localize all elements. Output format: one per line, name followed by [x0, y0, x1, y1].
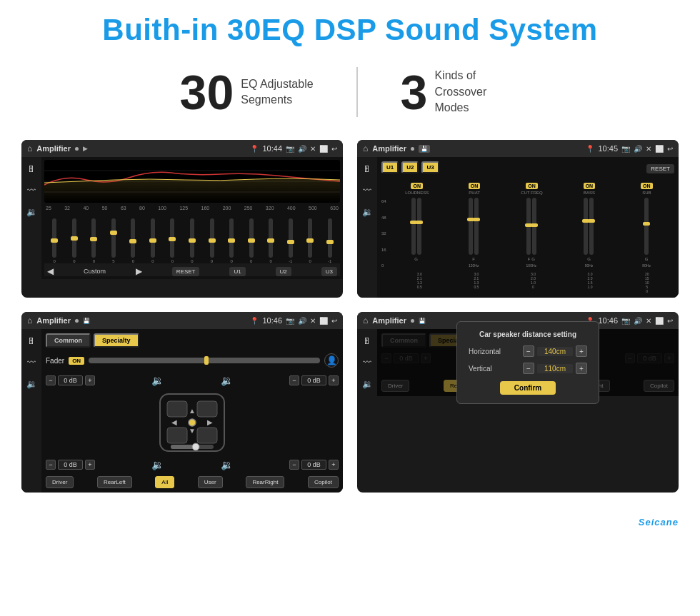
tune-icon[interactable]: 🎚: [363, 336, 371, 346]
home-icon[interactable]: ⌂: [363, 315, 368, 325]
wave-icon[interactable]: 〰: [363, 186, 371, 196]
back-icon[interactable]: ↩: [667, 145, 673, 153]
bass-label: BASS: [561, 191, 616, 195]
u3-preset-button[interactable]: U3: [421, 161, 439, 173]
vertical-decrease-btn[interactable]: −: [523, 363, 534, 374]
close-icon[interactable]: ✕: [646, 145, 651, 153]
slider-9[interactable]: 0: [203, 218, 221, 263]
close-icon[interactable]: ✕: [646, 317, 651, 325]
cutfreq-slider-r[interactable]: [532, 198, 536, 255]
copilot-button[interactable]: Copilot: [308, 476, 339, 488]
slider-8[interactable]: 0: [184, 218, 201, 263]
u2-preset-button[interactable]: U2: [401, 161, 419, 173]
home-icon[interactable]: ⌂: [363, 143, 368, 153]
decrease-btn[interactable]: −: [46, 375, 56, 385]
channel-headers: ON LOUDNESS ON PHAT ON CUT FREQ ON BASS: [381, 178, 674, 195]
phat-slider-r[interactable]: [474, 198, 479, 255]
rear-right-button[interactable]: RearRight: [246, 476, 284, 488]
speaker-icon[interactable]: 🔉: [362, 379, 373, 389]
crossover-reset-button[interactable]: RESET: [646, 164, 674, 173]
vertical-increase-btn[interactable]: +: [576, 363, 587, 374]
sub-on[interactable]: ON: [641, 183, 653, 189]
horizontal-increase-btn[interactable]: +: [576, 345, 587, 357]
slider-13[interactable]: -1: [281, 218, 299, 263]
tune-icon[interactable]: 🎚: [27, 164, 36, 174]
driver-button[interactable]: Driver: [46, 476, 74, 488]
increase-btn[interactable]: +: [329, 460, 339, 470]
back-icon[interactable]: ↩: [331, 145, 337, 153]
horizontal-decrease-btn[interactable]: −: [523, 345, 534, 357]
increase-btn[interactable]: +: [85, 375, 95, 385]
tab-specialty[interactable]: Specialty: [94, 333, 139, 348]
slider-4[interactable]: 5: [105, 218, 123, 263]
slider-12[interactable]: 0: [262, 218, 280, 263]
bottom-level-labels: 3.02.11.30.5 3.02.11.30.5 3.02.01.00 3.0…: [381, 272, 674, 293]
loudness-label: LOUDNESS: [389, 191, 444, 195]
decrease-btn[interactable]: −: [289, 375, 299, 385]
screenshots-grid: ⌂ Amplifier ▶ 📍 10:44 📷 🔊 ✕ ⬜ ↩ 🎚 〰 🔉: [0, 133, 700, 514]
u1-preset-button[interactable]: U1: [381, 161, 399, 173]
close-icon[interactable]: ✕: [310, 317, 316, 325]
slider-6[interactable]: 0: [144, 218, 162, 263]
all-button[interactable]: All: [155, 476, 174, 488]
u2-button[interactable]: U2: [276, 267, 291, 276]
tab-common[interactable]: Common: [46, 333, 91, 348]
wave-icon[interactable]: 〰: [27, 358, 36, 368]
decrease-btn[interactable]: −: [46, 460, 56, 470]
topbar-right: 📍 10:44 📷 🔊 ✕ ⬜ ↩: [250, 144, 337, 153]
rear-left-button[interactable]: RearLeft: [97, 476, 132, 488]
ch-bass: ON BASS: [561, 178, 616, 195]
wave-icon[interactable]: 〰: [27, 186, 36, 196]
loudness-slider-l[interactable]: [411, 198, 416, 255]
slider-3[interactable]: 0: [85, 218, 103, 263]
sub-slider[interactable]: [644, 198, 649, 255]
slider-14[interactable]: 0: [301, 218, 319, 263]
fader-label: Fader: [46, 357, 64, 365]
fader-slider[interactable]: [89, 358, 320, 363]
user-button[interactable]: User: [198, 476, 223, 488]
bass-slider-l[interactable]: [584, 198, 588, 255]
decrease-btn[interactable]: −: [289, 460, 299, 470]
cutfreq-slider-l[interactable]: [526, 198, 531, 255]
bass-slider-r[interactable]: [589, 198, 594, 255]
back-icon[interactable]: ↩: [667, 317, 673, 325]
speaker-icon[interactable]: 🔉: [26, 207, 37, 217]
window-icon[interactable]: ⬜: [319, 145, 328, 153]
speaker-icon[interactable]: 🔉: [362, 207, 373, 217]
screen4-main: Common Specialty − 0 dB + − 0 dB: [377, 329, 679, 396]
slider-1[interactable]: 0: [46, 218, 64, 263]
home-icon[interactable]: ⌂: [27, 315, 32, 325]
back-icon[interactable]: ↩: [331, 317, 337, 325]
window-icon[interactable]: ⬜: [319, 317, 328, 325]
tune-icon[interactable]: 🎚: [363, 164, 371, 174]
tune-icon[interactable]: 🎚: [27, 336, 36, 346]
slider-15[interactable]: -1: [321, 218, 339, 263]
slider-2[interactable]: 0: [66, 218, 84, 263]
slider-7[interactable]: 0: [164, 218, 181, 263]
increase-btn[interactable]: +: [85, 460, 95, 470]
topbar-right: 📍 10:45 📷 🔊 ✕ ⬜ ↩: [586, 144, 673, 153]
home-icon[interactable]: ⌂: [27, 143, 32, 153]
loudness-slider-r[interactable]: [417, 198, 421, 255]
wave-icon[interactable]: 〰: [363, 358, 371, 368]
fader-on-button[interactable]: ON: [69, 357, 84, 365]
next-icon[interactable]: ▶: [136, 266, 142, 276]
confirm-button[interactable]: Confirm: [500, 381, 556, 395]
window-icon[interactable]: ⬜: [655, 317, 664, 325]
cutfreq-on[interactable]: ON: [526, 183, 538, 189]
u3-button[interactable]: U3: [321, 267, 337, 276]
reset-button[interactable]: RESET: [172, 267, 200, 276]
slider-10[interactable]: 0: [223, 218, 241, 263]
speaker-icon[interactable]: 🔉: [26, 379, 37, 389]
phat-slider-l[interactable]: [469, 198, 473, 255]
increase-btn[interactable]: +: [329, 375, 339, 385]
slider-11[interactable]: 0: [242, 218, 260, 263]
loudness-on[interactable]: ON: [411, 183, 423, 189]
bass-on[interactable]: ON: [584, 183, 596, 189]
window-icon[interactable]: ⬜: [655, 145, 664, 153]
prev-icon[interactable]: ◀: [47, 266, 54, 276]
u1-button[interactable]: U1: [229, 267, 245, 276]
close-icon[interactable]: ✕: [310, 145, 316, 153]
phat-on[interactable]: ON: [469, 183, 481, 189]
slider-5[interactable]: 0: [124, 218, 142, 263]
